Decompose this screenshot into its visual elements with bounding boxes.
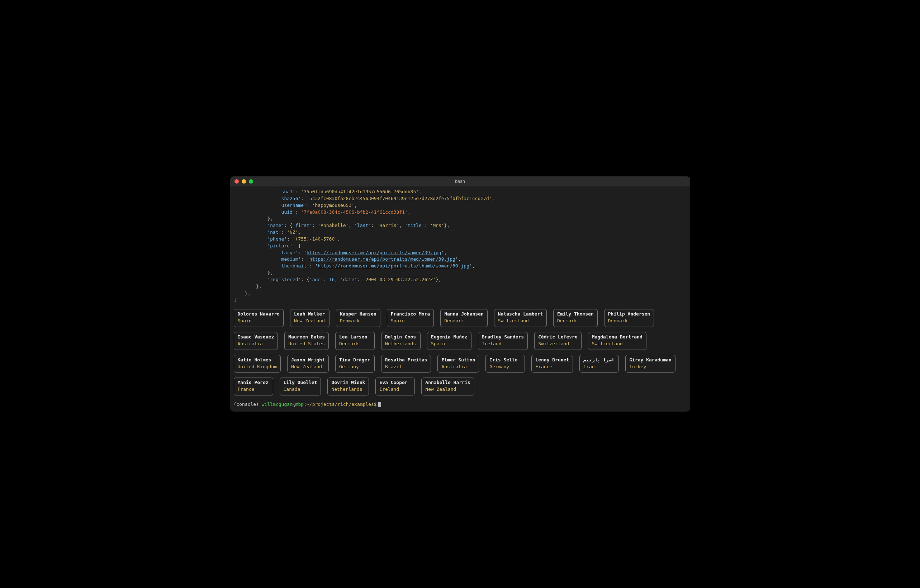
url-large[interactable]: https://randomuser.me/api/portraits/wome… bbox=[306, 250, 441, 255]
close-icon[interactable] bbox=[235, 179, 239, 183]
user-card-country: Netherlands bbox=[331, 386, 365, 393]
dict-key-phone: 'phone' bbox=[267, 236, 287, 241]
user-card: Yanis PerezFrance bbox=[234, 377, 273, 395]
user-card: Rosalba FreitasBrazil bbox=[381, 355, 431, 373]
user-card: Belgin GoosNetherlands bbox=[381, 332, 421, 350]
user-card-country: Denmark bbox=[340, 317, 376, 324]
user-card-country: United States bbox=[288, 340, 325, 347]
user-card-name: Emily Thomsen bbox=[557, 311, 594, 317]
user-card: Nanna JohansenDenmark bbox=[440, 309, 488, 327]
user-card-country: Denmark bbox=[339, 340, 371, 347]
user-card-name: Magdalena Bertrand bbox=[592, 334, 643, 340]
user-card-country: Australia bbox=[238, 340, 274, 347]
user-card: Annabelle HarrisNew Zealand bbox=[421, 377, 474, 395]
user-card-name: Natascha Lambert bbox=[498, 311, 543, 317]
prompt[interactable]: (console) willmcgugan@mbp:~/projects/ric… bbox=[230, 400, 690, 411]
user-card-name: Eva Cooper bbox=[379, 379, 411, 386]
user-card-country: Switzerland bbox=[498, 317, 543, 324]
user-card: Kasper HansenDenmark bbox=[336, 309, 381, 327]
user-card-name: Annabelle Harris bbox=[425, 379, 470, 386]
user-card: Bradley SandersIreland bbox=[478, 332, 528, 350]
user-card-name: Eugenia Muñoz bbox=[431, 334, 468, 340]
user-card-country: Netherlands bbox=[385, 340, 416, 347]
dict-key-uuid: 'uuid' bbox=[279, 209, 295, 215]
user-card-country: Canada bbox=[283, 386, 317, 393]
user-card: Eugenia MuñozSpain bbox=[427, 332, 471, 350]
user-card: Cédric LefevreSwitzerland bbox=[534, 332, 581, 350]
cursor-icon bbox=[378, 402, 381, 407]
user-card-name: Leah Walker bbox=[294, 311, 326, 317]
dict-val-sha256: '5c32fc0830fa28eb2c4563094f70469139e125e… bbox=[306, 196, 492, 201]
user-card-name: Belgin Goos bbox=[385, 334, 416, 340]
dict-val-uuid: '7fa0a008-364c-4506-bfb2-41f61ccd38f1' bbox=[301, 209, 407, 215]
user-card-country: Ireland bbox=[482, 340, 524, 347]
user-card-name: Jaxon Wright bbox=[291, 357, 325, 364]
user-card-country: France bbox=[535, 364, 569, 370]
window-controls bbox=[235, 179, 253, 183]
url-thumbnail[interactable]: https://randomuser.me/api/portraits/thum… bbox=[317, 263, 469, 269]
prompt-path: ~/projects/rich/examples bbox=[306, 401, 374, 408]
user-card-country: Iran bbox=[583, 364, 615, 370]
user-card: Leah WalkerNew Zealand bbox=[290, 309, 329, 327]
dict-key-username: 'username' bbox=[279, 202, 306, 208]
terminal-window: bash 'sha1': '35a0ffda690da41f42e1d1957c… bbox=[230, 177, 690, 411]
user-card-name: Cédric Lefevre bbox=[538, 334, 578, 340]
user-card: Natascha LambertSwitzerland bbox=[494, 309, 547, 327]
user-card: Iris SelleGermany bbox=[486, 355, 525, 373]
dict-key-registered: 'registered' bbox=[267, 277, 301, 282]
user-card-country: Denmark bbox=[557, 317, 594, 324]
user-card: Francisco MoraSpain bbox=[387, 309, 434, 327]
user-card-name: Tina Dräger bbox=[339, 357, 371, 364]
window-title: bash bbox=[230, 178, 690, 185]
user-card: Elmer SuttonAustralia bbox=[437, 355, 479, 373]
user-card-country: Germany bbox=[489, 364, 521, 370]
user-card-name: Giray Karaduman bbox=[629, 357, 671, 364]
user-card-country: Brazil bbox=[385, 364, 427, 370]
user-card: Devrim WienkNetherlands bbox=[327, 377, 369, 395]
user-card-name: Kasper Hansen bbox=[340, 311, 376, 317]
user-card-country: New Zealand bbox=[425, 386, 470, 393]
user-card-country: Denmark bbox=[608, 317, 650, 324]
user-card: Philip AndersenDenmark bbox=[604, 309, 654, 327]
user-card-country: Australia bbox=[441, 364, 475, 370]
dict-key-name: 'name' bbox=[267, 223, 284, 228]
user-card: Tina DrägerGermany bbox=[335, 355, 375, 373]
user-card-name: Iris Selle bbox=[489, 357, 521, 364]
user-card-country: Turkey bbox=[629, 364, 671, 370]
user-card: Isaac VasquezAustralia bbox=[234, 332, 278, 350]
user-card: Dolores NavarroSpain bbox=[234, 309, 283, 327]
user-card-country: France bbox=[238, 386, 269, 393]
user-card-country: Switzerland bbox=[538, 340, 578, 347]
user-card: Lenny BrunetFrance bbox=[531, 355, 573, 373]
user-card: Giray KaradumanTurkey bbox=[625, 355, 675, 373]
user-card: Katie HolmesUnited Kingdom bbox=[234, 355, 281, 373]
user-card-name: Lea Larsen bbox=[339, 334, 371, 340]
user-card-name: Devrim Wienk bbox=[331, 379, 365, 386]
user-card-name: Elmer Sutton bbox=[441, 357, 475, 364]
user-card-country: New Zealand bbox=[294, 317, 326, 324]
prompt-env: (console) bbox=[234, 401, 262, 408]
user-card: Eva CooperIreland bbox=[376, 377, 415, 395]
user-card: Magdalena BertrandSwitzerland bbox=[588, 332, 646, 350]
user-card-country: Germany bbox=[339, 364, 371, 370]
user-card-country: Denmark bbox=[444, 317, 484, 324]
user-card-name: Nanna Johansen bbox=[444, 311, 484, 317]
titlebar: bash bbox=[230, 177, 690, 186]
user-card-name: Dolores Navarro bbox=[238, 311, 280, 317]
user-card-name: اسرا پارنیم bbox=[583, 357, 615, 364]
user-card-country: Ireland bbox=[379, 386, 411, 393]
user-card-name: Francisco Mora bbox=[391, 311, 430, 317]
user-card-name: Lenny Brunet bbox=[535, 357, 569, 364]
dict-key-nat: 'nat' bbox=[267, 230, 281, 235]
user-card: Lily OuelletCanada bbox=[280, 377, 321, 395]
dict-key-picture: 'picture' bbox=[267, 243, 292, 248]
user-card-name: Bradley Sanders bbox=[482, 334, 524, 340]
maximize-icon[interactable] bbox=[249, 179, 253, 183]
dict-val-sha1: '35a0ffda690da41f42e1d1957c556d6f765ddb8… bbox=[301, 189, 419, 194]
user-card: اسرا پارنیمIran bbox=[579, 355, 619, 373]
user-card-country: Spain bbox=[391, 317, 430, 324]
url-medium[interactable]: https://randomuser.me/api/portraits/med/… bbox=[309, 256, 455, 262]
user-card: Maureen BatesUnited States bbox=[284, 332, 329, 350]
user-card-country: Spain bbox=[431, 340, 468, 347]
minimize-icon[interactable] bbox=[241, 179, 246, 183]
